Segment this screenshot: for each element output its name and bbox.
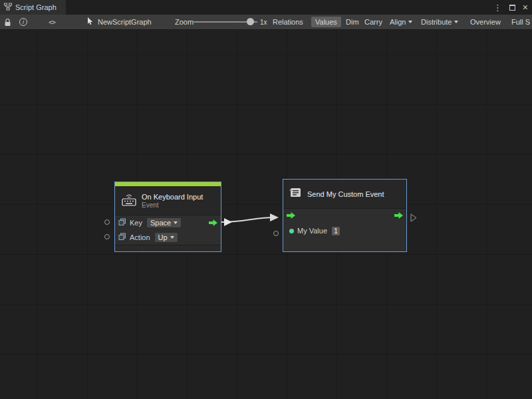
key-port-handle[interactable] — [104, 219, 110, 225]
chevron-down-icon — [170, 236, 174, 239]
fullscreen-button[interactable]: Full S — [511, 15, 530, 29]
dim-button[interactable]: Dim — [346, 15, 359, 29]
key-port-row: Key Space — [115, 215, 221, 230]
flow-out-handle[interactable] — [410, 213, 417, 222]
node-header: Send My Custom Event — [283, 180, 406, 209]
key-label: Key — [130, 219, 142, 227]
my-value-input[interactable]: 1 — [331, 226, 340, 236]
maximize-icon[interactable] — [509, 5, 515, 11]
node-on-keyboard-input[interactable]: On Keyboard Input Event Key Space — [114, 182, 221, 252]
action-port-handle[interactable] — [104, 234, 110, 239]
action-label: Action — [130, 233, 150, 241]
my-value-port-handle[interactable] — [273, 231, 279, 236]
node-title: On Keyboard Input — [142, 193, 203, 201]
zoom-slider[interactable] — [194, 15, 257, 29]
value-port-dot[interactable] — [289, 229, 294, 233]
custom-event-icon — [289, 187, 303, 201]
relations-button[interactable]: Relations — [273, 15, 303, 29]
zoom-slider-handle[interactable] — [247, 18, 254, 25]
script-graph-window: { "window": { "tab_title": "Script Graph… — [0, 0, 532, 399]
graph-name-label: NewScriptGraph — [98, 18, 152, 26]
tab-title: Script Graph — [15, 3, 57, 11]
my-value-port-row: My Value 1 — [283, 223, 406, 238]
trigger-output-arrow[interactable] — [394, 211, 404, 221]
node-subtitle: Event — [142, 201, 203, 209]
chevron-down-icon — [408, 21, 412, 23]
kebab-menu-icon[interactable]: ⋮ — [493, 3, 502, 12]
graph-name-item[interactable]: NewScriptGraph — [87, 15, 152, 29]
graph-toolbar: i <> NewScriptGraph Zoom 1x Relations Va… — [0, 15, 532, 30]
node-header: On Keyboard Input Event — [115, 186, 221, 215]
code-icon[interactable]: <> — [49, 15, 55, 29]
title-bar: Script Graph ⋮ × — [0, 0, 532, 15]
close-icon[interactable]: × — [523, 3, 528, 12]
connection-wire — [0, 30, 532, 399]
info-icon[interactable]: i — [19, 15, 27, 29]
trigger-output-arrow[interactable] — [208, 219, 218, 228]
zoom-value: 1x — [260, 15, 267, 29]
node-title: Send My Custom Event — [307, 190, 384, 198]
action-dropdown[interactable]: Up — [154, 232, 178, 243]
node-footer — [115, 245, 221, 251]
variable-icon — [118, 233, 126, 242]
trigger-input-arrow[interactable] — [286, 211, 296, 221]
align-dropdown[interactable]: Align — [390, 15, 412, 29]
script-graph-icon — [4, 3, 12, 12]
window-controls: ⋮ × — [493, 0, 528, 15]
action-port-row: Action Up — [115, 230, 221, 245]
zoom-label: Zoom — [175, 15, 194, 29]
node-send-my-custom-event[interactable]: Send My Custom Event My Value 1 — [283, 179, 407, 252]
chevron-down-icon — [174, 221, 178, 224]
pointer-icon — [87, 17, 94, 27]
graph-canvas[interactable]: On Keyboard Input Event Key Space — [0, 30, 532, 399]
chevron-down-icon — [454, 21, 458, 23]
carry-button[interactable]: Carry — [364, 15, 382, 29]
values-button[interactable]: Values — [311, 15, 341, 29]
distribute-dropdown[interactable]: Distribute — [421, 15, 458, 29]
overview-button[interactable]: Overview — [470, 15, 501, 29]
flow-port-row — [283, 209, 406, 223]
variable-icon — [118, 218, 126, 227]
my-value-label: My Value — [297, 227, 327, 235]
key-dropdown[interactable]: Space — [146, 217, 182, 228]
keyboard-icon — [121, 193, 137, 209]
tab-script-graph[interactable]: Script Graph — [0, 0, 66, 15]
lock-icon[interactable] — [4, 15, 11, 29]
